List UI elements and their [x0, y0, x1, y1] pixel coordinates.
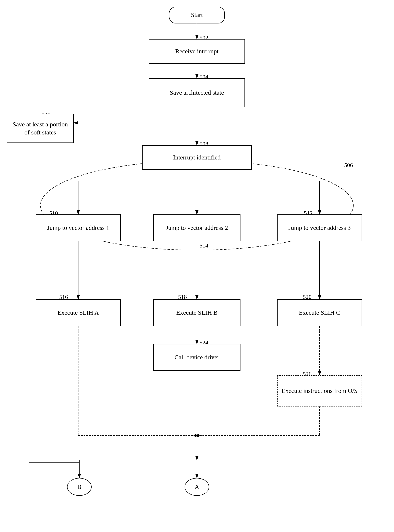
- start-node: Start: [169, 7, 225, 23]
- execute-c-label: Execute SLIH C: [299, 309, 340, 317]
- save-soft-node: Save at least a portion of soft states: [7, 114, 74, 143]
- execute-c-node: Execute SLIH C: [277, 299, 362, 326]
- label-514: 514: [200, 242, 208, 249]
- start-label: Start: [191, 11, 203, 19]
- jump3-label: Jump to vector address 3: [289, 224, 351, 232]
- save-architected-label: Save architected state: [170, 89, 224, 97]
- execute-a-label: Execute SLIH A: [57, 309, 99, 317]
- execute-os-label: Execute instructions from O/S: [282, 387, 358, 395]
- interrupt-identified-label: Interrupt identified: [173, 153, 221, 161]
- execute-b-label: Execute SLIH B: [176, 309, 218, 317]
- call-device-label: Call device driver: [175, 353, 219, 361]
- receive-interrupt-node: Receive interrupt: [149, 39, 245, 64]
- execute-a-node: Execute SLIH A: [36, 299, 121, 326]
- terminal-a-label: A: [195, 483, 199, 491]
- jump2-label: Jump to vector address 2: [166, 224, 228, 232]
- jump1-node: Jump to vector address 1: [36, 215, 121, 241]
- jump3-node: Jump to vector address 3: [277, 215, 362, 241]
- jump2-node: Jump to vector address 2: [153, 215, 240, 241]
- save-soft-label: Save at least a portion of soft states: [11, 120, 70, 137]
- receive-interrupt-label: Receive interrupt: [175, 47, 218, 55]
- label-506: 506: [344, 162, 353, 169]
- terminal-b-label: B: [77, 483, 82, 491]
- save-architected-node: Save architected state: [149, 78, 245, 107]
- interrupt-identified-node: Interrupt identified: [142, 145, 252, 170]
- call-device-node: Call device driver: [153, 344, 240, 371]
- execute-os-node: Execute instructions from O/S: [277, 375, 362, 406]
- terminal-b-node: B: [67, 478, 92, 496]
- execute-b-node: Execute SLIH B: [153, 299, 240, 326]
- terminal-a-node: A: [185, 478, 209, 496]
- jump1-label: Jump to vector address 1: [47, 224, 109, 232]
